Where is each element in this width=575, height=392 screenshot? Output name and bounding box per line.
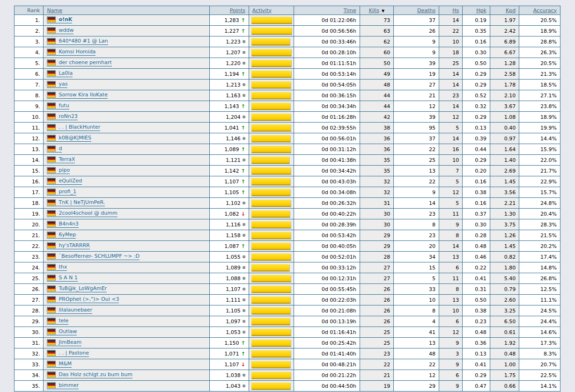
deaths-cell: 37: [394, 133, 439, 144]
player-link[interactable]: eQuliZed: [47, 178, 82, 185]
player-link[interactable]: PROphet (>,")> Oui <3: [47, 296, 119, 303]
kills-cell: 25: [360, 338, 394, 348]
player-link[interactable]: . . | Pastone: [47, 350, 89, 357]
column-header-deaths[interactable]: Deaths: [394, 6, 439, 15]
points-cell: 1,089↑: [210, 144, 249, 155]
activity-header-link[interactable]: Activity: [252, 7, 272, 14]
player-link[interactable]: TerraX: [47, 156, 75, 163]
player-link[interactable]: bimmer: [47, 382, 79, 389]
column-header-time[interactable]: Time: [294, 6, 360, 15]
points-cell: 1,087↑: [210, 241, 249, 252]
points-up-icon: ↑: [241, 29, 245, 34]
points-header-link[interactable]: Points: [230, 7, 245, 14]
time-header-link[interactable]: Time: [344, 7, 356, 14]
column-header-points[interactable]: Points: [210, 6, 249, 15]
player-link[interactable]: La0la: [47, 70, 73, 77]
player-link[interactable]: wddw: [47, 27, 74, 34]
player-link[interactable]: 2cool4school @ dumm: [47, 210, 117, 217]
player-name: 640*480 #1 @ Lan: [59, 38, 108, 44]
rank-cell: 27.: [15, 295, 44, 305]
column-header-accuracy[interactable]: Accuracy: [519, 6, 560, 15]
player-link[interactable]: B4n4n3: [47, 221, 79, 228]
germany-flag-icon: [47, 371, 56, 377]
name-cell: S A N 1: [44, 273, 210, 284]
points-value: 1,097: [226, 319, 241, 325]
activity-bar: [251, 103, 290, 110]
time-cell: 0d 00:40:05h: [294, 241, 360, 252]
hs-cell: 5: [439, 198, 462, 209]
kills-header-link[interactable]: Kills: [369, 7, 379, 14]
hpk-cell: 0.19: [463, 15, 490, 26]
germany-flag-icon: [47, 275, 56, 281]
player-link[interactable]: profi_1: [47, 189, 76, 196]
player-link[interactable]: 640*480 #1 @ Lan: [47, 38, 108, 45]
player-link[interactable]: pipo: [47, 167, 70, 174]
points-value-group: 1,283↑: [213, 17, 245, 23]
player-link[interactable]: roNn23: [47, 113, 77, 120]
player-link[interactable]: TuB@k_LoWgAmEr: [47, 285, 107, 292]
player-link[interactable]: . . | BlackHunter: [47, 124, 100, 131]
time-cell: 0d 00:40:22h: [294, 209, 360, 219]
player-link[interactable]: yas: [47, 81, 67, 88]
player-link[interactable]: S A N 1: [47, 275, 77, 282]
time-cell: 0d 00:34:42h: [294, 166, 360, 176]
kpd-header-link[interactable]: Kpd: [506, 7, 516, 14]
player-link[interactable]: M&M: [47, 361, 72, 368]
hs-cell: 16: [439, 144, 462, 155]
accuracy-header-link[interactable]: Accuracy: [533, 7, 557, 14]
player-link[interactable]: k0B@K|MIES: [47, 135, 91, 142]
accuracy-cell: 20.2%: [519, 241, 560, 252]
player-link[interactable]: Outlaw: [47, 328, 77, 335]
player-row: 28.lilalaunebaer1,1050d 00:21:08h268100.…: [15, 305, 560, 316]
rank-cell: 28.: [15, 305, 44, 316]
player-link[interactable]: d: [47, 145, 62, 152]
player-link[interactable]: der choene pernhart: [47, 59, 111, 66]
rank-cell: 8.: [15, 90, 44, 101]
player-link[interactable]: Komsi Homida: [47, 49, 96, 56]
player-link[interactable]: `Besofferner- SCHLUMPF ~> :D: [47, 253, 140, 260]
germany-flag-icon: [47, 296, 56, 302]
deaths-cell: 23: [394, 230, 439, 241]
germany-flag-icon: [47, 49, 56, 55]
column-header-kpd[interactable]: Kpd: [490, 6, 519, 15]
column-header-hs[interactable]: Hs: [439, 6, 462, 15]
player-link[interactable]: tele: [47, 318, 68, 325]
germany-flag-icon: [47, 38, 56, 44]
column-header-hpk[interactable]: Hpk: [463, 6, 490, 15]
points-cell: 1,116: [210, 219, 249, 230]
points-value: 1,150: [224, 340, 239, 346]
germany-flag-icon: [47, 189, 56, 195]
activity-cell: [249, 47, 294, 58]
column-header-name[interactable]: Name: [44, 6, 210, 15]
points-steady-icon: [243, 62, 245, 65]
activity-cell: [249, 305, 294, 316]
sort-desc-icon: ▼: [382, 9, 384, 13]
player-link[interactable]: Das Holz schlgt zu bum bum: [47, 371, 132, 378]
column-header-activity[interactable]: Activity: [249, 6, 294, 15]
name-header-link[interactable]: Name: [47, 7, 62, 14]
player-link[interactable]: TnK | NeTjUmPeR.: [47, 199, 105, 206]
kills-cell: 27: [360, 262, 394, 273]
name-cell: o!nK: [44, 15, 210, 26]
hs-header-link[interactable]: Hs: [452, 7, 459, 14]
accuracy-cell: 15.9%: [519, 144, 560, 155]
rank-cell: 11.: [15, 123, 44, 133]
name-cell: JimBeam: [44, 338, 210, 348]
points-value: 1,102: [226, 200, 241, 206]
player-link[interactable]: futu: [47, 102, 69, 109]
deaths-header-link[interactable]: Deaths: [417, 7, 435, 14]
player-name: 2cool4school @ dumm: [59, 210, 117, 216]
player-link[interactable]: 6yMep: [47, 232, 76, 239]
player-link[interactable]: hy'sTARRRR: [47, 242, 89, 249]
player-link[interactable]: Sorrow Kira IloKate: [47, 92, 107, 99]
player-link[interactable]: JimBeam: [47, 339, 81, 346]
column-header-kills[interactable]: Kills▼: [360, 6, 394, 15]
hpk-header-link[interactable]: Hpk: [476, 7, 487, 14]
name-cell: M&M: [44, 359, 210, 370]
points-value-group: 1,146: [213, 136, 245, 142]
player-link[interactable]: thx: [47, 264, 67, 271]
player-link[interactable]: o!nK: [47, 16, 72, 23]
activity-cell: [249, 241, 294, 252]
player-row: 32.. . | Pastone1,071↑0d 01:41:40h234830…: [15, 348, 560, 359]
player-link[interactable]: lilalaunebaer: [47, 307, 92, 314]
